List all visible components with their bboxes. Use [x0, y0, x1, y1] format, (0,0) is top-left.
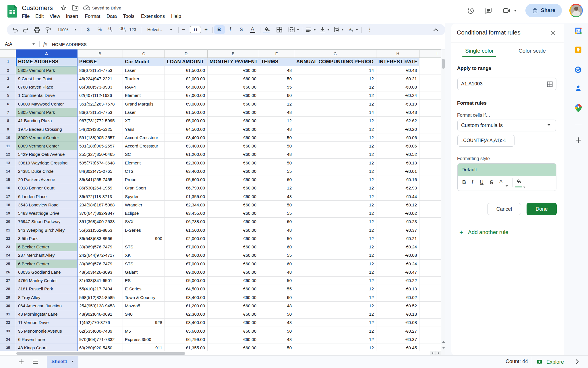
svg-text:31: 31 [577, 29, 580, 32]
